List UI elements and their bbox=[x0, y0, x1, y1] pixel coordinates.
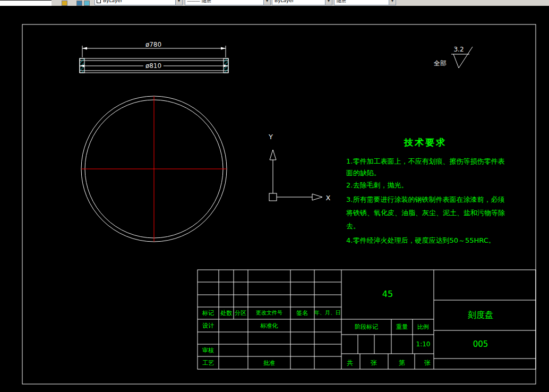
linetype-glyph-icon: ——— bbox=[187, 0, 200, 4]
titleblock-label-date: 年、月、日 bbox=[314, 309, 341, 317]
titleblock-label-scale: 比例 bbox=[417, 323, 429, 331]
titleblock-label-file-no: 更改文件号 bbox=[256, 309, 282, 317]
titleblock-label-sign: 签名 bbox=[296, 309, 308, 317]
toolbar-icon-2[interactable] bbox=[76, 1, 82, 6]
titleblock-label-approve: 批准 bbox=[263, 359, 275, 367]
chevron-down-icon[interactable]: ▾ bbox=[325, 0, 332, 5]
color-swatch-icon bbox=[97, 0, 101, 3]
titleblock-label-zone: 分区 bbox=[235, 309, 246, 317]
titleblock-label-no: 第 bbox=[399, 359, 405, 368]
tech-requirement-line: 3.所有需要进行涂装的钢铁制件表面在涂漆前，必须 bbox=[346, 195, 504, 204]
cad-window: ø780 ø810 Y X 全部 3.2 技术要求 1.零件加工表面上，不应有划… bbox=[0, 0, 549, 392]
titleblock-label-sheet1: 张 bbox=[371, 359, 377, 368]
part-front-view[interactable] bbox=[81, 96, 227, 242]
titleblock-material: 45 bbox=[382, 289, 393, 299]
lineweight-control-combo[interactable]: ByLayer ▾ bbox=[272, 0, 332, 5]
tech-requirement-line: 将铁锈、氧化皮、油脂、灰尘、泥土、盐和污物等除 bbox=[346, 208, 505, 218]
color-control-value: ByLayer bbox=[101, 0, 175, 5]
tech-requirements-title: 技术要求 bbox=[404, 137, 447, 149]
plotstyle-control-value: 随层 bbox=[334, 0, 389, 5]
tech-requirement-line: 面的缺陷。 bbox=[346, 168, 381, 178]
chevron-down-icon[interactable]: ▾ bbox=[175, 0, 182, 5]
toolbar-icon-1[interactable] bbox=[62, 1, 67, 6]
dim-overall-diameter-text: ø810 bbox=[143, 62, 164, 70]
linetype-control-combo[interactable]: ——— 随层 ▾ bbox=[185, 0, 271, 5]
lineweight-control-value: ByLayer bbox=[272, 0, 325, 5]
titleblock-label-process: 工艺 bbox=[202, 359, 214, 367]
toolbar-icon-3[interactable] bbox=[84, 1, 90, 6]
titleblock-label-sheet2: 张 bbox=[424, 359, 431, 368]
dim-outer-diameter-text: ø780 bbox=[145, 41, 161, 48]
titleblock-scale-value: 1:10 bbox=[416, 340, 431, 348]
titleblock-label-weight: 重量 bbox=[396, 323, 408, 331]
tech-requirement-line: 1.零件加工表面上，不应有划痕、擦伤等损伤零件表 bbox=[346, 157, 504, 166]
ucs-x-label: X bbox=[326, 194, 331, 202]
titleblock-label-total: 共 bbox=[347, 359, 353, 368]
titleblock-label-design: 设计 bbox=[202, 322, 214, 330]
titleblock-drawing-no: 005 bbox=[473, 339, 488, 349]
ucs-icon bbox=[269, 150, 322, 201]
titleblock-label-stage: 阶段标记 bbox=[355, 323, 378, 331]
titleblock-label-check: 审核 bbox=[202, 346, 214, 354]
surface-roughness-value: 3.2 bbox=[453, 46, 464, 53]
titleblock-part-name: 刻度盘 bbox=[468, 310, 493, 321]
chevron-down-icon[interactable]: ▾ bbox=[389, 0, 396, 5]
titleblock-label-mark: 标记 bbox=[202, 309, 214, 317]
titleblock-label-standardize: 标准化 bbox=[261, 322, 278, 330]
color-control-combo[interactable]: ByLayer ▾ bbox=[95, 0, 183, 5]
plotstyle-control-combo[interactable]: 随层 ▾ bbox=[334, 0, 396, 5]
top-toolbar: ByLayer ▾ ——— 随层 ▾ ByLayer ▾ 随层 ▾ bbox=[0, 0, 549, 6]
ucs-y-label: Y bbox=[269, 133, 273, 141]
tech-requirement-line: 4.零件经淬火处理后，硬度应达到50～55HRC。 bbox=[346, 236, 495, 245]
chevron-down-icon[interactable]: ▾ bbox=[263, 0, 270, 5]
titleblock-label-qty: 处数 bbox=[220, 309, 232, 317]
toolbar-left-panel bbox=[0, 0, 52, 6]
surface-scope-text: 全部 bbox=[434, 59, 447, 68]
tech-requirement-line: 去。 bbox=[346, 221, 360, 231]
tech-requirement-line: 2.去除毛刺，抛光。 bbox=[346, 181, 408, 190]
linetype-control-value: 随层 bbox=[200, 0, 263, 5]
